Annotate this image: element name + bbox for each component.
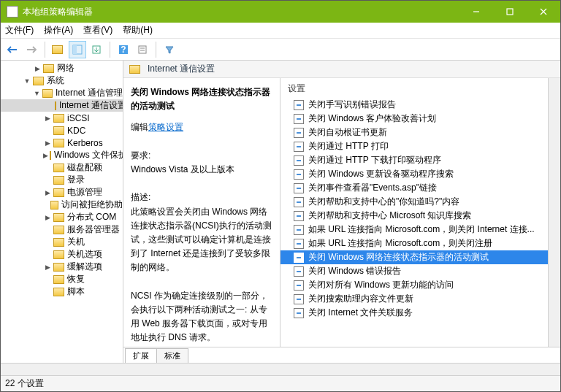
tree-item[interactable]: 登录 bbox=[1, 174, 123, 186]
show-tree-button[interactable] bbox=[69, 41, 86, 58]
policy-item[interactable]: 关闭搜索助理内容文件更新 bbox=[280, 292, 548, 306]
policy-icon bbox=[294, 280, 304, 291]
title-bar: 本地组策略编辑器 bbox=[1, 1, 560, 23]
tree-item[interactable]: 关机选项 bbox=[1, 248, 123, 261]
tree-item[interactable]: ▼Internet 通信管理 bbox=[1, 87, 123, 99]
tab-bar: 扩展 标准 bbox=[123, 347, 560, 363]
svg-rect-0 bbox=[507, 9, 513, 15]
column-header: 设置 bbox=[280, 78, 548, 95]
tree-item[interactable]: 脚本 bbox=[1, 285, 123, 298]
tree-label: 网络 bbox=[57, 62, 75, 74]
tree-label: 关机 bbox=[67, 236, 85, 248]
forward-button[interactable] bbox=[23, 41, 40, 58]
policy-label: 关闭自动根证书更新 bbox=[308, 126, 387, 139]
properties-button[interactable] bbox=[134, 41, 151, 58]
tree-item[interactable]: 服务器管理器 bbox=[1, 223, 123, 236]
policy-icon bbox=[294, 211, 304, 221]
policy-icon bbox=[294, 294, 304, 304]
tab-extended[interactable]: 扩展 bbox=[125, 348, 157, 363]
policy-label: 关闭事件查看器"Events.asp"链接 bbox=[308, 182, 437, 194]
tree-item[interactable]: ▶电源管理 bbox=[1, 186, 123, 199]
export-button[interactable] bbox=[88, 41, 105, 58]
policy-label: 关闭对所有 Windows 更新功能的访问 bbox=[308, 279, 454, 291]
tree-item[interactable]: ▶Kerberos bbox=[1, 137, 123, 149]
menu-action[interactable]: 操作(A) bbox=[44, 24, 73, 36]
tree-item[interactable]: 关机 bbox=[1, 236, 123, 248]
policy-list[interactable]: 设置 关闭手写识别错误报告关闭 Windows 客户体验改善计划关闭自动根证书更… bbox=[280, 78, 548, 347]
tree-item[interactable]: 访问被拒绝协助 bbox=[1, 199, 123, 211]
tree-item[interactable]: ▶iSCSI bbox=[1, 112, 123, 124]
svg-text:?: ? bbox=[121, 45, 126, 55]
policy-item[interactable]: 关闭 Internet 文件关联服务 bbox=[280, 306, 548, 320]
minimize-button[interactable] bbox=[459, 1, 493, 23]
menu-help[interactable]: 帮助(H) bbox=[123, 24, 153, 36]
status-text: 22 个设置 bbox=[5, 377, 44, 390]
policy-item[interactable]: 关闭事件查看器"Events.asp"链接 bbox=[280, 181, 548, 195]
tree-label: 分布式 COM bbox=[67, 211, 116, 223]
back-button[interactable] bbox=[4, 41, 21, 58]
policy-item[interactable]: 关闭帮助和支持中心的"你知道吗?"内容 bbox=[280, 195, 548, 209]
folder-icon bbox=[43, 64, 54, 73]
tree-label: Internet 通信设置 bbox=[59, 99, 123, 112]
menu-file[interactable]: 文件(F) bbox=[5, 24, 34, 36]
policy-label: 关闭手写识别错误报告 bbox=[308, 99, 396, 111]
close-button[interactable] bbox=[527, 1, 560, 23]
tree-item[interactable]: Internet 通信设置 bbox=[1, 99, 123, 112]
tree-item[interactable]: KDC bbox=[1, 124, 123, 137]
tree-item[interactable]: 恢复 bbox=[1, 273, 123, 285]
policy-item[interactable]: 关闭帮助和支持中心 Microsoft 知识库搜索 bbox=[280, 209, 548, 223]
tree-item[interactable]: 磁盘配额 bbox=[1, 161, 123, 174]
tree-label: 系统 bbox=[47, 74, 64, 87]
filter-button[interactable] bbox=[161, 41, 178, 58]
policy-item[interactable]: 如果 URL 连接指向 Microsoft.com，则关闭注册 bbox=[280, 237, 548, 250]
policy-icon bbox=[294, 266, 304, 277]
tree-item[interactable]: ▼系统 bbox=[1, 74, 123, 87]
tab-standard[interactable]: 标准 bbox=[156, 348, 188, 363]
caret-icon: ▶ bbox=[43, 139, 52, 147]
policy-label: 如果 URL 连接指向 Microsoft.com，则关闭 Internet 连… bbox=[308, 223, 535, 236]
policy-item[interactable]: 关闭对所有 Windows 更新功能的访问 bbox=[280, 278, 548, 292]
svg-rect-6 bbox=[139, 46, 146, 53]
folder-icon bbox=[53, 275, 64, 284]
policy-item[interactable]: 关闭通过 HTTP 打印 bbox=[280, 139, 548, 153]
tree-label: 缓解选项 bbox=[67, 261, 102, 273]
tree-item[interactable]: ▶分布式 COM bbox=[1, 211, 123, 223]
policy-icon bbox=[294, 225, 304, 235]
policy-item[interactable]: 关闭 Windows 客户体验改善计划 bbox=[280, 112, 548, 126]
caret-icon bbox=[43, 238, 52, 247]
tree-item[interactable]: ▶网络 bbox=[1, 62, 123, 74]
tree-item[interactable]: ▶Windows 文件保护 bbox=[1, 149, 123, 161]
tree-item[interactable]: ▶缓解选项 bbox=[1, 261, 123, 273]
policy-item[interactable]: 关闭自动根证书更新 bbox=[280, 126, 548, 139]
folder-icon bbox=[55, 101, 56, 110]
policy-item[interactable]: 关闭手写识别错误报告 bbox=[280, 98, 548, 112]
up-button[interactable] bbox=[50, 41, 67, 58]
tree-label: 服务器管理器 bbox=[67, 223, 120, 236]
policy-item[interactable]: 关闭 Windows 网络连接状态指示器的活动测试 bbox=[280, 250, 548, 264]
tree-pane[interactable]: ▶网络▼系统▼Internet 通信管理Internet 通信设置▶iSCSIK… bbox=[1, 61, 123, 363]
policy-icon bbox=[294, 155, 304, 166]
policy-icon bbox=[294, 169, 304, 180]
policy-label: 如果 URL 连接指向 Microsoft.com，则关闭注册 bbox=[308, 237, 492, 250]
maximize-button[interactable] bbox=[493, 1, 527, 23]
policy-label: 关闭 Windows 错误报告 bbox=[308, 265, 401, 277]
edit-policy-link[interactable]: 策略设置 bbox=[148, 122, 183, 132]
scrollbar-horizontal[interactable] bbox=[1, 363, 560, 375]
policy-title: 关闭 Windows 网络连接状态指示器的活动测试 bbox=[131, 85, 272, 113]
tree-label: 关机选项 bbox=[67, 248, 102, 261]
desc-body1: 此策略设置会关闭由 Windows 网络连接状态指示器(NCSI)执行的活动测试… bbox=[131, 205, 272, 275]
policy-item[interactable]: 关闭通过 HTTP 下载打印驱动程序 bbox=[280, 153, 548, 167]
policy-label: 关闭帮助和支持中心的"你知道吗?"内容 bbox=[308, 196, 459, 208]
policy-item[interactable]: 如果 URL 连接指向 Microsoft.com，则关闭 Internet 连… bbox=[280, 223, 548, 237]
folder-icon bbox=[50, 201, 58, 210]
policy-label: 关闭 Windows 客户体验改善计划 bbox=[308, 112, 436, 125]
policy-item[interactable]: 关闭 Windows 错误报告 bbox=[280, 264, 548, 278]
toolbar: ? bbox=[1, 39, 560, 61]
desc-body2: NCSI 作为确定连接级别的一部分，会执行以下两种活动测试之一: 从专用 Web… bbox=[131, 289, 272, 345]
scrollbar-vertical[interactable] bbox=[548, 78, 560, 347]
policy-item[interactable]: 关闭 Windows 更新设备驱动程序搜索 bbox=[280, 167, 548, 181]
menu-view[interactable]: 查看(V) bbox=[83, 24, 112, 36]
folder-icon bbox=[53, 114, 64, 123]
help-button[interactable]: ? bbox=[115, 41, 132, 58]
policy-label: 关闭 Internet 文件关联服务 bbox=[308, 307, 413, 319]
